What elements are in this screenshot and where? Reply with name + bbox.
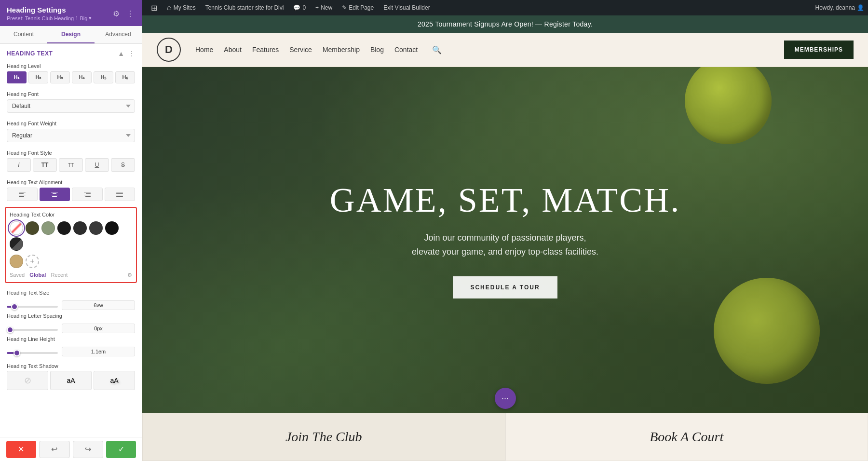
pencil-icon: ✎ (342, 4, 347, 11)
nav-blog[interactable]: Blog (370, 46, 384, 54)
undo-button[interactable]: ↩ (39, 441, 70, 458)
color-swatch-black-2[interactable] (105, 221, 119, 235)
nav-home[interactable]: Home (195, 46, 213, 54)
align-left[interactable] (7, 188, 38, 201)
color-swatch-tan[interactable] (10, 255, 23, 268)
nav-features[interactable]: Features (252, 46, 279, 54)
color-swatch-dark-gray[interactable] (73, 221, 87, 235)
align-center[interactable] (40, 188, 70, 201)
color-swatch-transparent[interactable] (10, 221, 23, 235)
nav-service[interactable]: Service (289, 46, 312, 54)
panel-tabs: Content Design Advanced (0, 26, 142, 44)
hero-section: GAME, SET, MATCH. Join our community of … (142, 67, 868, 413)
heading-letter-spacing-slider[interactable] (7, 329, 58, 331)
heading-level-h3[interactable]: H₃ (50, 71, 70, 83)
heading-text-color-section: Heading Text Color + Saved Global Recent… (5, 207, 137, 283)
heading-text-shadow-buttons: ⊘ aA aA (0, 371, 142, 390)
shadow-style-1[interactable]: aA (50, 371, 92, 390)
search-icon[interactable]: 🔍 (432, 45, 442, 54)
redo-button[interactable]: ↪ (73, 441, 104, 458)
site-name-item[interactable]: Tennis Club starter site for Divi (201, 0, 289, 15)
heading-level-h1[interactable]: H₁ (7, 71, 27, 83)
align-left-icon (19, 192, 26, 197)
memberships-button[interactable]: MEMBERSHIPS (784, 41, 854, 59)
nav-contact[interactable]: Contact (394, 46, 418, 54)
save-button[interactable]: ✓ (106, 441, 136, 458)
font-style-bold[interactable]: TT (33, 158, 57, 172)
heading-font-weight-field: Heading Font Weight Regular (0, 117, 142, 146)
hero-content: GAME, SET, MATCH. Join our community of … (320, 181, 691, 298)
font-style-uppercase[interactable]: Tt (59, 158, 83, 172)
color-tab-global[interactable]: Global (29, 272, 46, 278)
heading-level-h4[interactable]: H₄ (72, 71, 92, 83)
color-swatch-near-black[interactable] (57, 221, 71, 235)
heading-level-h6[interactable]: H₆ (115, 71, 135, 83)
section-title-label: Heading Text (7, 50, 53, 57)
tab-design[interactable]: Design (47, 26, 95, 43)
float-options-button[interactable]: ··· (495, 388, 516, 409)
font-style-strikethrough[interactable]: S (111, 158, 135, 172)
comments-count: 0 (302, 4, 306, 11)
exit-visual-builder[interactable]: Exit Visual Builder (379, 4, 435, 11)
nav-about[interactable]: About (224, 46, 242, 54)
heading-font-weight-select[interactable]: Regular (7, 129, 135, 142)
ellipsis-icon: ··· (502, 393, 509, 404)
heading-text-size-label: Heading Text Size (0, 290, 142, 296)
wp-logo-item[interactable]: ⊞ (146, 0, 162, 15)
shadow-style-2[interactable]: aA (94, 371, 135, 390)
heading-line-height-row (0, 344, 142, 359)
settings-icon-button[interactable]: ⚙ (112, 8, 121, 19)
heading-text-size-value[interactable] (62, 300, 135, 310)
color-tabs: Saved Global Recent ⚙ (10, 272, 132, 278)
heading-text-size-slider[interactable] (7, 306, 58, 308)
heading-level-h5[interactable]: H₅ (94, 71, 113, 83)
color-gear-icon[interactable]: ⚙ (127, 272, 132, 278)
color-swatch-split[interactable] (10, 237, 23, 251)
nav-membership[interactable]: Membership (323, 46, 360, 54)
heading-line-height-slider[interactable] (7, 352, 58, 354)
hero-cta-button[interactable]: SCHEDULE A TOUR (453, 276, 557, 298)
heading-letter-spacing-value[interactable] (62, 324, 135, 333)
heading-letter-spacing-wrapper: Heading Letter Spacing (0, 313, 142, 336)
heading-font-style-label: Heading Font Style (7, 150, 135, 156)
color-swatch-sage[interactable] (41, 221, 55, 235)
color-swatch-dark-olive[interactable] (26, 221, 39, 235)
edit-page-item[interactable]: ✎ Edit Page (337, 0, 379, 15)
my-sites-item[interactable]: ⌂ My Sites (162, 0, 201, 15)
user-greeting: Howdy, deanna (815, 4, 855, 11)
heading-text-shadow-wrapper: Heading Text Shadow ⊘ aA aA (0, 359, 142, 390)
comments-item[interactable]: 💬 0 (288, 0, 311, 15)
heading-font-select[interactable]: Default (7, 99, 135, 113)
heading-level-h2[interactable]: H₂ (28, 71, 48, 83)
site-logo[interactable]: D (157, 38, 181, 62)
color-tab-saved[interactable]: Saved (10, 272, 25, 278)
color-swatch-medium-dark[interactable] (89, 221, 103, 235)
align-justify-icon (116, 192, 123, 197)
site-name-label: Tennis Club starter site for Divi (205, 4, 284, 11)
more-options-button[interactable]: ⋮ (125, 8, 135, 19)
wordpress-icon: ⊞ (151, 3, 157, 13)
collapse-icon[interactable]: ▲ (118, 50, 124, 57)
heading-level-field: Heading Level H₁ H₂ H₃ H₄ H₅ H₆ (0, 59, 142, 87)
align-justify[interactable] (105, 188, 136, 201)
color-tab-recent[interactable]: Recent (51, 272, 68, 278)
font-style-underline[interactable]: U (85, 158, 109, 172)
align-right[interactable] (72, 188, 103, 201)
cancel-button[interactable]: ✕ (6, 441, 36, 458)
heading-font-style-field: Heading Font Style I TT Tt U S (0, 146, 142, 176)
tab-content[interactable]: Content (0, 26, 47, 43)
color-add-button[interactable]: + (26, 255, 39, 268)
heading-alignment-buttons (7, 188, 135, 201)
section-more-icon[interactable]: ⋮ (128, 50, 135, 57)
heading-line-height-value[interactable] (62, 347, 135, 356)
tab-advanced[interactable]: Advanced (95, 26, 142, 43)
new-item[interactable]: + New (311, 0, 337, 15)
site-preview-panel: ⊞ ⌂ My Sites Tennis Club starter site fo… (142, 0, 868, 461)
panel-footer: ✕ ↩ ↪ ✓ (0, 437, 142, 461)
heading-text-alignment-field: Heading Text Alignment (0, 176, 142, 205)
font-style-italic[interactable]: I (7, 158, 31, 172)
book-court-cta[interactable]: Book A Court (505, 413, 868, 461)
shadow-none[interactable]: ⊘ (7, 371, 48, 390)
join-club-cta[interactable]: Join The Club (142, 413, 505, 461)
tennis-ball-bottom (714, 278, 820, 384)
